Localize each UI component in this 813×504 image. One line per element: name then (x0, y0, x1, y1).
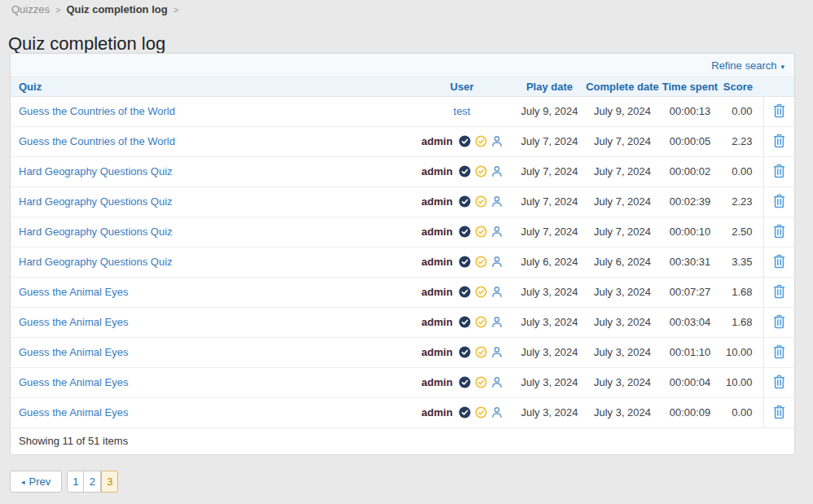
quiz-link[interactable]: Guess the Animal Eyes (19, 346, 128, 358)
trash-icon (772, 194, 786, 209)
quiz-link[interactable]: Guess the Animal Eyes (19, 316, 128, 328)
trash-icon (772, 314, 786, 330)
time-spent-cell: 00:30:31 (661, 247, 719, 277)
user-link[interactable]: admin (421, 226, 452, 238)
user-badges (459, 135, 503, 147)
quiz-link[interactable]: Guess the Countries of the World (19, 105, 175, 117)
page-button-2[interactable]: 2 (84, 471, 101, 493)
complete-date-cell: July 3, 2024 (584, 367, 661, 397)
play-date-cell: July 3, 2024 (515, 307, 584, 337)
delete-button[interactable] (771, 162, 788, 181)
column-header-complete-date[interactable]: Complete date (584, 77, 661, 96)
user-badges (459, 376, 503, 388)
user-badges (459, 195, 503, 208)
column-header-quiz[interactable]: Quiz (11, 77, 409, 96)
quiz-log-panel: Refine search▾ Quiz User Play date Compl… (10, 53, 795, 455)
trash-icon (772, 375, 786, 390)
actions-cell (763, 307, 794, 337)
delete-button[interactable] (771, 283, 788, 301)
quiz-cell: Hard Geography Questions Quiz (11, 217, 409, 247)
play-date-cell: July 3, 2024 (515, 367, 584, 397)
quiz-link[interactable]: Hard Geography Questions Quiz (19, 226, 173, 238)
delete-button[interactable] (771, 102, 788, 121)
delete-button[interactable] (771, 192, 788, 211)
verified-badge-icon (459, 286, 471, 298)
play-date-cell: July 3, 2024 (515, 277, 584, 307)
quiz-link[interactable]: Hard Geography Questions Quiz (19, 165, 173, 177)
delete-button[interactable] (771, 343, 788, 362)
time-spent-cell: 00:00:02 (661, 156, 719, 186)
score-cell: 1.68 (719, 307, 763, 337)
user-badges (459, 316, 503, 328)
time-spent-cell: 00:00:13 (661, 96, 719, 126)
user-link[interactable]: admin (421, 316, 452, 328)
score-cell: 10.00 (719, 337, 763, 367)
complete-date-cell: July 7, 2024 (584, 186, 661, 217)
complete-date-cell: July 7, 2024 (584, 156, 661, 186)
trash-icon (772, 405, 786, 420)
play-date-cell: July 3, 2024 (515, 397, 584, 427)
user-cell: admin (409, 247, 515, 277)
user-silhouette-icon (491, 226, 503, 238)
quiz-link[interactable]: Guess the Animal Eyes (19, 376, 128, 388)
play-date-cell: July 7, 2024 (515, 217, 584, 247)
quiz-link[interactable]: Hard Geography Questions Quiz (19, 195, 173, 208)
user-silhouette-icon (491, 346, 503, 358)
quiz-link[interactable]: Hard Geography Questions Quiz (19, 256, 173, 268)
table-body: Guess the Countries of the World test Ju… (11, 96, 794, 427)
breadcrumb-quizzes[interactable]: Quizzes (11, 3, 50, 15)
refine-search-link[interactable]: Refine search▾ (711, 59, 784, 72)
delete-button[interactable] (771, 373, 788, 392)
user-cell: admin (409, 156, 515, 186)
user-link[interactable]: admin (421, 346, 452, 358)
delete-button[interactable] (771, 403, 788, 422)
column-header-time-spent[interactable]: Time spent (661, 77, 719, 96)
gold-badge-icon (475, 256, 487, 268)
table-row: Guess the Countries of the World test Ju… (11, 96, 794, 126)
verified-badge-icon (459, 256, 471, 268)
user-link[interactable]: admin (421, 165, 452, 177)
time-spent-cell: 00:00:10 (661, 217, 719, 247)
user-link[interactable]: admin (421, 256, 452, 268)
complete-date-cell: July 3, 2024 (584, 307, 661, 337)
user-link[interactable]: admin (421, 376, 452, 388)
delete-button[interactable] (771, 313, 788, 331)
table-row: Guess the Animal Eyes admin July 3, 2024… (11, 397, 794, 427)
trash-icon (772, 284, 786, 300)
quiz-link[interactable]: Guess the Animal Eyes (19, 406, 128, 419)
verified-badge-icon (459, 346, 471, 358)
user-link[interactable]: admin (421, 195, 452, 208)
complete-date-cell: July 7, 2024 (584, 126, 661, 156)
user-cell: test (409, 96, 515, 126)
quiz-cell: Hard Geography Questions Quiz (11, 186, 409, 217)
refine-search-bar: Refine search▾ (11, 54, 794, 77)
delete-button[interactable] (771, 222, 788, 241)
user-link[interactable]: admin (421, 406, 452, 419)
page-group: 123 (67, 471, 118, 493)
verified-badge-icon (459, 165, 471, 177)
column-header-score[interactable]: Score (719, 77, 763, 96)
page-title: Quiz completion log (8, 33, 165, 55)
user-badges (459, 256, 503, 268)
quiz-link[interactable]: Guess the Animal Eyes (19, 286, 128, 298)
delete-button[interactable] (771, 252, 788, 271)
prev-page-button[interactable]: ◂Prev (10, 471, 62, 493)
breadcrumb-quiz-completion-log: Quiz completion log (66, 3, 167, 15)
page-button-1[interactable]: 1 (67, 471, 84, 493)
score-cell: 0.00 (719, 156, 763, 186)
quiz-link[interactable]: Guess the Countries of the World (19, 135, 175, 147)
completion-log-table: Quiz User Play date Complete date Time s… (11, 77, 794, 428)
column-header-play-date[interactable]: Play date (515, 77, 584, 96)
score-cell: 0.00 (719, 397, 763, 427)
table-row: Hard Geography Questions Quiz admin July… (11, 247, 794, 277)
page-button-3[interactable]: 3 (101, 471, 118, 493)
play-date-cell: July 7, 2024 (515, 126, 584, 156)
user-badges (459, 226, 503, 238)
user-link[interactable]: test (454, 105, 471, 117)
user-silhouette-icon (491, 406, 503, 419)
delete-button[interactable] (771, 132, 788, 151)
column-header-user[interactable]: User (409, 77, 515, 96)
user-link[interactable]: admin (421, 286, 452, 298)
quiz-cell: Guess the Animal Eyes (11, 337, 409, 367)
user-link[interactable]: admin (421, 135, 452, 147)
